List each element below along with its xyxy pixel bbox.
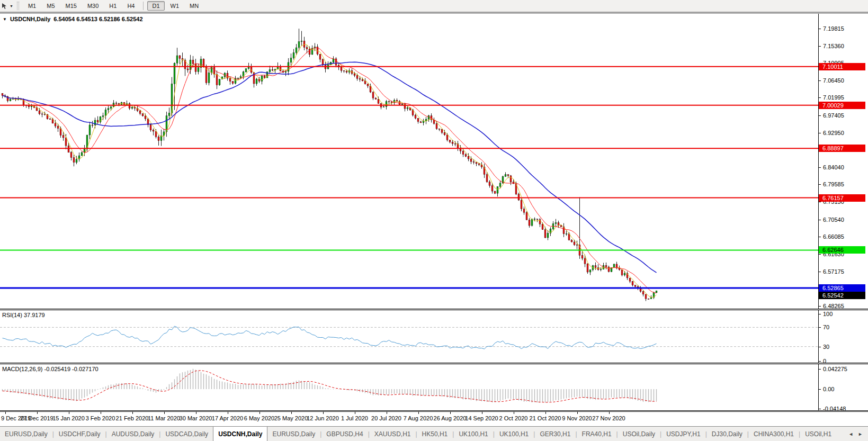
tab-usdcad-daily[interactable]: USDCAD,Daily [160, 427, 213, 441]
price-tick: 7.06450 [819, 77, 844, 84]
level-price-badge: 6.62646 [819, 246, 865, 254]
level-price-badge: 7.00029 [819, 102, 865, 109]
tick-dash [819, 29, 821, 29]
date-label: 30 Mar 2020 [180, 415, 212, 421]
tick-dash [819, 369, 821, 370]
tab-dj30-daily[interactable]: DJ30,Daily [707, 427, 747, 441]
tab-audusd-daily[interactable]: AUDUSD,Daily [107, 427, 159, 441]
date-tick-mark [164, 412, 165, 414]
tab-usdjpy-h1[interactable]: USDJPY,H1 [661, 427, 705, 441]
price-tick: 6.97405 [819, 112, 844, 119]
level-price-badge: 6.88897 [819, 145, 865, 152]
tabs-scroll-left-icon[interactable]: ◄ [848, 431, 853, 437]
rsi-pane: RSI(14) 37.9179 10070300 [0, 310, 868, 363]
tick-dash [819, 347, 821, 347]
timeframe-buttons: M1M5M15M30H1H4D1W1MN [23, 1, 204, 11]
date-tick-mark [228, 412, 228, 414]
tab-xauusd-h1[interactable]: XAUUSD,H1 [370, 427, 416, 441]
date-label: 26 Aug 2020 [434, 415, 467, 421]
tick-dash [819, 314, 821, 314]
tick-dash [819, 409, 821, 409]
timeframe-button-m30[interactable]: M30 [83, 1, 103, 11]
rsi-label: RSI(14) 37.9179 [2, 312, 45, 318]
tab-eurusd-daily[interactable]: EURUSD,Daily [0, 427, 52, 441]
chart-tabbar: EURUSD,Daily|USDCHF,Daily|AUDUSD,Daily|U… [0, 426, 868, 441]
timeframe-button-w1[interactable]: W1 [166, 1, 184, 11]
macd-label: MACD(12,26,9) -0.025419 -0.027170 [2, 366, 99, 372]
tab-eurusd-daily[interactable]: EURUSD,Daily [267, 427, 320, 441]
collapse-triangle-icon[interactable]: ▼ [3, 17, 7, 22]
chart-title-symbol: USDCNH,Daily [10, 16, 50, 22]
tick-dash [819, 184, 821, 185]
date-label: 27 Dec 2019 [20, 415, 53, 421]
toolbar-separator [143, 2, 144, 10]
date-label: 21 Feb 2020 [116, 415, 149, 421]
date-tick-mark [323, 412, 324, 414]
timeframe-button-h4[interactable]: H4 [122, 1, 139, 11]
macd-axis[interactable]: 0.0422750.00-0.04148 [818, 364, 868, 410]
rsi-axis[interactable]: 10070300 [818, 310, 868, 363]
tab-hk50-h1[interactable]: HK50,H1 [417, 427, 453, 441]
date-label: 6 May 2020 [244, 415, 274, 421]
date-label: 2 Oct 2020 [499, 415, 528, 421]
tab-usoil-daily[interactable]: USOil,Daily [618, 427, 660, 441]
date-label: 1 Jul 2020 [341, 415, 368, 421]
chart-region: ▼ USDCNH,Daily 6.54054 6.54513 6.52186 6… [0, 13, 868, 426]
date-label: 20 Jul 2020 [371, 415, 401, 421]
chart-tabs: EURUSD,Daily|USDCHF,Daily|AUDUSD,Daily|U… [0, 427, 836, 441]
tick-dash [819, 254, 821, 255]
timeframe-button-h1[interactable]: H1 [104, 1, 121, 11]
date-tick-mark [132, 412, 133, 414]
macd-pane: MACD(12,26,9) -0.025419 -0.027170 0.0422… [0, 364, 868, 411]
tab-china300-h1[interactable]: CHINA300,H1 [749, 427, 799, 441]
tabs-scroll-right-icon[interactable]: ► [858, 431, 863, 437]
price-tick: 7.19815 [819, 25, 844, 32]
tab-gbpusd-h4[interactable]: GBPUSD,H4 [321, 427, 368, 441]
date-label: 7 Aug 2020 [404, 415, 433, 421]
macd-tick: 0.042275 [819, 365, 847, 373]
date-tick-mark [545, 412, 546, 414]
timeframe-button-mn[interactable]: MN [185, 1, 203, 11]
date-tick-mark [291, 412, 292, 414]
price-axis[interactable]: 7.198157.153607.109057.064507.019956.974… [818, 14, 868, 309]
tab-usdcnh-daily[interactable]: USDCNH,Daily [213, 427, 267, 441]
rsi-plot[interactable] [0, 310, 818, 364]
price-tick: 7.01995 [819, 94, 844, 101]
date-axis[interactable]: 9 Dec 201927 Dec 201915 Jan 20203 Feb 20… [0, 411, 868, 426]
timeframe-button-m5[interactable]: M5 [42, 1, 59, 11]
level-price-badge: 6.76157 [819, 194, 865, 202]
chart-tool-button[interactable]: ▼ [0, 3, 15, 10]
tick-dash [819, 272, 821, 272]
tick-dash [819, 202, 821, 202]
chart-title[interactable]: ▼ USDCNH,Daily 6.54054 6.54513 6.52186 6… [3, 16, 143, 22]
price-tick: 6.79585 [819, 181, 844, 188]
tab-uk100-h1[interactable]: UK100,H1 [454, 427, 493, 441]
tab-usoil-h1[interactable]: USOil,H1 [800, 427, 836, 441]
tick-dash [819, 46, 821, 47]
tab-usdchf-daily[interactable]: USDCHF,Daily [54, 427, 105, 441]
main-chart-plot[interactable] [0, 14, 818, 309]
date-tick-mark [355, 412, 355, 414]
rsi-tick: 70 [819, 323, 829, 331]
tab-fra40-h1[interactable]: FRA40,H1 [577, 427, 616, 441]
date-tick-mark [418, 412, 419, 414]
tick-dash [819, 133, 821, 133]
toolbar-grip[interactable] [17, 2, 19, 10]
tab-uk100-h1[interactable]: UK100,H1 [495, 427, 533, 441]
date-tick-mark [482, 412, 482, 414]
timeframe-button-m15[interactable]: M15 [61, 1, 82, 11]
rsi-tick: 100 [819, 310, 833, 318]
terminal-window: ▼ M1M5M15M30H1H4D1W1MN ▼ USDCNH,Daily 6.… [0, 0, 868, 441]
macd-plot[interactable] [0, 364, 818, 411]
level-price-badge: 6.52865 [819, 284, 865, 292]
tab-ger30-h1[interactable]: GER30,H1 [535, 427, 575, 441]
price-tick: 6.70540 [819, 216, 844, 223]
timeframe-button-d1[interactable]: D1 [147, 1, 164, 11]
price-tick: 6.57175 [819, 268, 844, 275]
date-label: 14 Sep 2020 [465, 415, 498, 421]
date-tick-mark [387, 412, 387, 414]
timeframe-button-m1[interactable]: M1 [23, 1, 41, 11]
tab-nav: ◄ ► [843, 427, 868, 441]
tick-dash [819, 327, 821, 328]
price-tick: 7.15360 [819, 42, 844, 50]
